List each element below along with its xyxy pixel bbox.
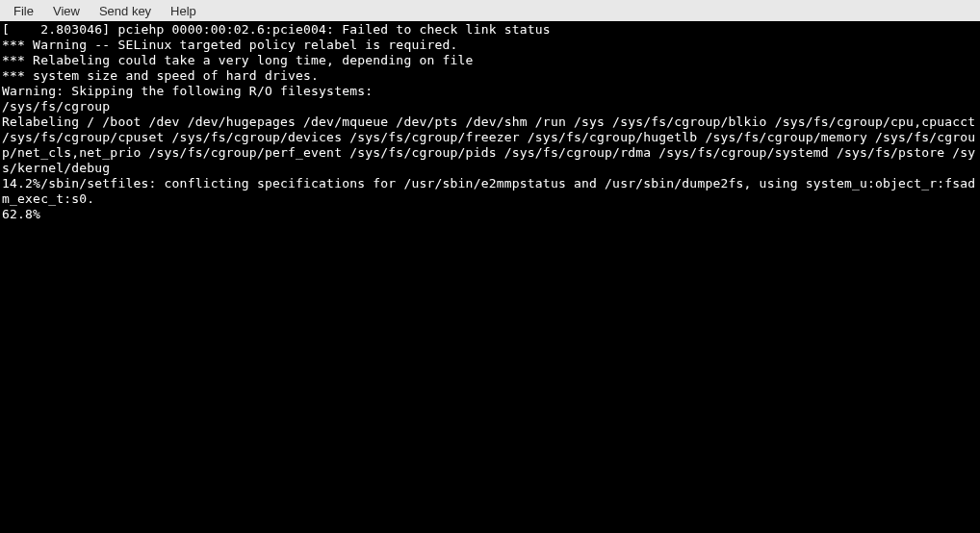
terminal-line: /sys/fs/cgroup xyxy=(2,99,978,114)
terminal-line: [ 2.803046] pciehp 0000:00:02.6:pcie004:… xyxy=(2,22,978,38)
menu-view[interactable]: View xyxy=(43,2,90,20)
terminal-line: *** Relabeling could take a very long ti… xyxy=(2,53,978,68)
terminal-line: 62.8% xyxy=(2,207,978,222)
terminal-line: *** Warning -- SELinux targeted policy r… xyxy=(2,38,978,53)
menu-sendkey[interactable]: Send key xyxy=(90,2,161,20)
terminal-line: 14.2%/sbin/setfiles: conflicting specifi… xyxy=(2,176,978,207)
terminal-line: *** system size and speed of hard drives… xyxy=(2,68,978,84)
menu-help[interactable]: Help xyxy=(161,2,206,20)
terminal-line: Warning: Skipping the following R/O file… xyxy=(2,84,978,99)
menubar: File View Send key Help xyxy=(0,0,980,21)
terminal-output[interactable]: [ 2.803046] pciehp 0000:00:02.6:pcie004:… xyxy=(0,21,980,533)
terminal-line: Relabeling / /boot /dev /dev/hugepages /… xyxy=(2,114,978,176)
menu-file[interactable]: File xyxy=(4,2,43,20)
